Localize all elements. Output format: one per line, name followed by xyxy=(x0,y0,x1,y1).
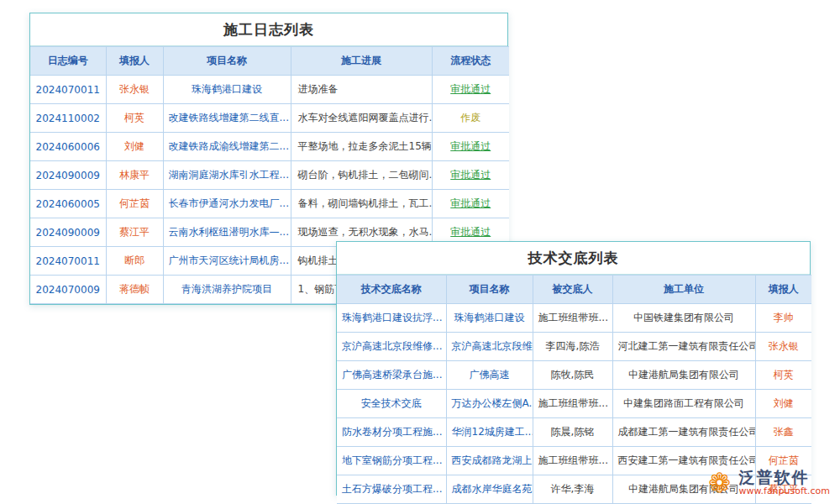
filler-cell: 张永银 xyxy=(106,76,163,104)
filler-cell: 林康平 xyxy=(106,161,163,190)
status-cell: 审批通过 xyxy=(432,76,509,104)
unit-cell: 中建集团路面工程有限公司 xyxy=(612,390,755,418)
filler-cell: 张永银 xyxy=(755,333,811,361)
status-cell: 审批通过 xyxy=(432,133,509,161)
filler-cell: 刘健 xyxy=(106,133,163,161)
status-badge[interactable]: 作废 xyxy=(460,112,480,123)
filler-cell: 何芷茵 xyxy=(106,190,163,218)
progress-cell: 水车对全线遮阳网覆盖点进行... xyxy=(291,104,432,133)
status-cell: 审批通过 xyxy=(432,161,509,190)
project-name-link[interactable]: 成都水岸华庭名苑... xyxy=(446,475,533,504)
col-header-unit: 施工单位 xyxy=(612,276,755,304)
brand-url: www.fanpusoft.com xyxy=(739,486,830,497)
receiver-cell: 施工班组带班... xyxy=(533,304,612,333)
disclosure-name-link[interactable]: 土石方爆破分项工程... xyxy=(337,475,446,504)
project-name-link[interactable]: 改建铁路成渝线增建第二... xyxy=(163,133,291,161)
table-row[interactable]: 2024060006 刘健 改建铁路成渝线增建第二... 平整场地，拉走多余泥土… xyxy=(30,133,509,161)
table-row[interactable]: 2024110002 柯英 改建铁路线增建第二线直... 水车对全线遮阳网覆盖点… xyxy=(30,104,509,133)
status-badge[interactable]: 审批通过 xyxy=(450,226,491,238)
table-row[interactable]: 2024090009 林康平 湖南洞庭湖水库引水工程... 砌台阶，钩机排土，二… xyxy=(30,161,509,190)
receiver-cell: 李四海,陈浩 xyxy=(533,333,612,361)
unit-cell: 中国铁建集团有限公司 xyxy=(612,304,755,333)
receiver-cell: 施工班组带班... xyxy=(533,447,612,475)
project-name-link[interactable]: 改建铁路线增建第二线直... xyxy=(163,104,291,133)
table-row[interactable]: 珠海鹤港口建设抗浮... 珠海鹤港口建设 施工班组带班... 中国铁建集团有限公… xyxy=(337,304,811,333)
table-row[interactable]: 安全技术交底 万达办公楼左侧A... 施工班组带班... 中建集团路面工程有限公… xyxy=(337,390,811,418)
table-row[interactable]: 广佛高速桥梁承台施... 广佛高速 陈牧,陈民 中建港航局集团有限公司 柯英 xyxy=(337,361,811,390)
col-header-flow-status: 流程状态 xyxy=(432,47,509,76)
progress-cell: 砌台阶，钩机排土，二包砌间... xyxy=(291,161,432,190)
status-cell: 作废 xyxy=(432,104,509,133)
status-badge[interactable]: 审批通过 xyxy=(450,140,491,152)
project-name-link[interactable]: 西安成都路龙湖上... xyxy=(446,447,533,475)
project-name-link[interactable]: 云南水利枢纽潜明水库—... xyxy=(163,218,291,247)
project-name-link[interactable]: 青海洪湖养护院项目 xyxy=(163,276,291,304)
filler-cell: 柯英 xyxy=(755,361,811,390)
project-name-link[interactable]: 京沪高速北京段维修 xyxy=(446,333,533,361)
col-header-disclosure-name: 技术交底名称 xyxy=(337,276,446,304)
progress-cell: 备料，砌间墙钩机排土，瓦工... xyxy=(291,190,432,218)
construction-log-header-row: 日志编号 填报人 项目名称 施工进展 流程状态 xyxy=(30,47,509,76)
col-header-progress: 施工进展 xyxy=(291,47,432,76)
disclosure-name-link[interactable]: 珠海鹤港口建设抗浮... xyxy=(337,304,446,333)
project-name-link[interactable]: 广佛高速 xyxy=(446,361,533,390)
col-header-project: 项目名称 xyxy=(446,276,533,304)
col-header-filler: 填报人 xyxy=(755,276,811,304)
col-header-receiver: 被交底人 xyxy=(533,276,612,304)
tech-disclosure-panel: 技术交底列表 技术交底名称 项目名称 被交底人 施工单位 填报人 珠海鹤港口建设… xyxy=(336,241,811,496)
col-header-project: 项目名称 xyxy=(163,47,291,76)
disclosure-name-link[interactable]: 地下室钢筋分项工程... xyxy=(337,447,446,475)
table-row[interactable]: 2024060005 何芷茵 长春市伊通河水力发电厂... 备料，砌间墙钩机排土… xyxy=(30,190,509,218)
log-id-cell: 2024090009 xyxy=(30,161,106,190)
status-badge[interactable]: 审批通过 xyxy=(450,197,491,209)
log-id-cell: 2024070009 xyxy=(30,276,106,304)
table-row[interactable]: 2024070011 张永银 珠海鹤港口建设 进场准备 审批通过 xyxy=(30,76,509,104)
brand-name: 泛普软件 xyxy=(739,469,830,487)
brand-watermark: ❁ 泛普软件 www.fanpusoft.com xyxy=(706,469,830,497)
receiver-cell: 许华,李海 xyxy=(533,475,612,504)
project-name-link[interactable]: 华润12城房建工... xyxy=(446,418,533,447)
receiver-cell: 陈晨,陈铭 xyxy=(533,418,612,447)
log-id-cell: 2024060005 xyxy=(30,190,106,218)
filler-cell: 刘健 xyxy=(755,390,811,418)
log-id-cell: 2024110002 xyxy=(30,104,106,133)
receiver-cell: 施工班组带班... xyxy=(533,390,612,418)
project-name-link[interactable]: 长春市伊通河水力发电厂... xyxy=(163,190,291,218)
filler-cell: 李帅 xyxy=(755,304,811,333)
unit-cell: 成都建工第一建筑有限责任公司 xyxy=(612,418,755,447)
project-name-link[interactable]: 湖南洞庭湖水库引水工程... xyxy=(163,161,291,190)
status-badge[interactable]: 审批通过 xyxy=(450,83,491,95)
col-header-filler: 填报人 xyxy=(106,47,163,76)
fanpu-logo-icon: ❁ xyxy=(706,469,734,497)
project-name-link[interactable]: 万达办公楼左侧A... xyxy=(446,390,533,418)
disclosure-name-link[interactable]: 防水卷材分项工程施... xyxy=(337,418,446,447)
log-id-cell: 2024070011 xyxy=(30,76,106,104)
disclosure-name-link[interactable]: 安全技术交底 xyxy=(337,390,446,418)
filler-cell: 蒋德帧 xyxy=(106,276,163,304)
filler-cell: 断郎 xyxy=(106,247,163,276)
project-name-link[interactable]: 广州市天河区统计局机房... xyxy=(163,247,291,276)
progress-cell: 平整场地，拉走多余泥土15辆... xyxy=(291,133,432,161)
filler-cell: 蔡江平 xyxy=(106,218,163,247)
table-row[interactable]: 京沪高速北京段维修... 京沪高速北京段维修 李四海,陈浩 河北建工第一建筑有限… xyxy=(337,333,811,361)
receiver-cell: 陈牧,陈民 xyxy=(533,361,612,390)
log-id-cell: 2024090009 xyxy=(30,218,106,247)
construction-log-title: 施工日志列表 xyxy=(30,13,507,46)
unit-cell: 河北建工第一建筑有限责任公司 xyxy=(612,333,755,361)
col-header-log-id: 日志编号 xyxy=(30,47,106,76)
disclosure-name-link[interactable]: 广佛高速桥梁承台施... xyxy=(337,361,446,390)
unit-cell: 中建港航局集团有限公司 xyxy=(612,361,755,390)
disclosure-name-link[interactable]: 京沪高速北京段维修... xyxy=(337,333,446,361)
tech-disclosure-title: 技术交底列表 xyxy=(337,242,810,275)
progress-cell: 进场准备 xyxy=(291,76,432,104)
table-row[interactable]: 防水卷材分项工程施... 华润12城房建工... 陈晨,陈铭 成都建工第一建筑有… xyxy=(337,418,811,447)
filler-cell: 张鑫 xyxy=(755,418,811,447)
tech-disclosure-header-row: 技术交底名称 项目名称 被交底人 施工单位 填报人 xyxy=(337,276,811,304)
brand-text: 泛普软件 www.fanpusoft.com xyxy=(739,469,830,497)
log-id-cell: 2024070011 xyxy=(30,247,106,276)
filler-cell: 柯英 xyxy=(106,104,163,133)
project-name-link[interactable]: 珠海鹤港口建设 xyxy=(163,76,291,104)
project-name-link[interactable]: 珠海鹤港口建设 xyxy=(446,304,533,333)
status-cell: 审批通过 xyxy=(432,190,509,218)
status-badge[interactable]: 审批通过 xyxy=(450,169,491,181)
